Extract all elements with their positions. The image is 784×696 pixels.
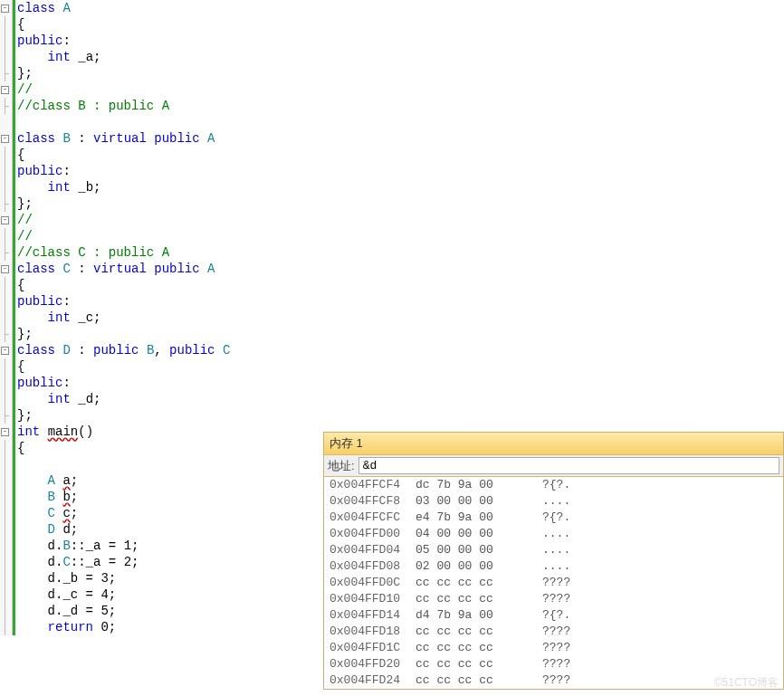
code-line[interactable]: //: [17, 228, 784, 244]
memory-ascii: ????: [542, 624, 570, 640]
code-line[interactable]: {: [17, 277, 784, 293]
memory-address: 0x004FFD14: [330, 607, 416, 624]
memory-ascii: ....: [542, 542, 570, 558]
fold-line: [0, 440, 10, 456]
fold-end: [0, 195, 10, 212]
memory-row[interactable]: 0x004FFD1Ccc cc cc cc????: [324, 640, 783, 656]
memory-hex: e4 7b 9a 00: [416, 510, 542, 526]
fold-toggle-icon[interactable]: -: [0, 261, 10, 277]
memory-ascii: ?{?.: [542, 607, 570, 624]
memory-hex: cc cc cc cc: [416, 656, 542, 672]
code-line[interactable]: public:: [17, 375, 784, 391]
fold-line: [0, 586, 10, 603]
code-line[interactable]: //: [17, 81, 784, 98]
code-line[interactable]: public:: [17, 163, 784, 179]
memory-hex: 03 00 00 00: [416, 493, 542, 510]
memory-ascii: ????: [542, 591, 570, 607]
fold-blank: [0, 114, 12, 130]
code-line[interactable]: //class C : public A: [17, 244, 784, 261]
memory-row[interactable]: 0x004FFD0405 00 00 00....: [324, 542, 783, 558]
memory-hex: d4 7b 9a 00: [416, 607, 542, 624]
code-line[interactable]: };: [17, 407, 784, 424]
memory-row[interactable]: 0x004FFD0802 00 00 00....: [324, 558, 783, 575]
fold-line: [0, 310, 10, 326]
fold-end: [0, 98, 10, 114]
memory-ascii: ????: [542, 640, 570, 656]
memory-row[interactable]: 0x004FFD0Ccc cc cc cc????: [324, 575, 783, 591]
code-line[interactable]: };: [17, 65, 784, 81]
fold-toggle-icon[interactable]: -: [0, 0, 10, 16]
memory-address: 0x004FFD08: [330, 558, 416, 575]
code-line[interactable]: class C : virtual public A: [17, 261, 784, 277]
memory-address-input[interactable]: [359, 457, 779, 474]
memory-address: 0x004FFD18: [330, 624, 416, 640]
memory-ascii: ????: [542, 575, 570, 591]
memory-ascii: ????: [542, 656, 570, 672]
code-line[interactable]: //: [17, 212, 784, 228]
fold-line: [0, 603, 10, 619]
fold-toggle-icon[interactable]: -: [0, 130, 10, 147]
memory-row[interactable]: 0x004FFD20cc cc cc cc????: [324, 656, 783, 672]
fold-toggle-icon[interactable]: -: [0, 424, 10, 440]
memory-hex: cc cc cc cc: [416, 672, 542, 689]
fold-line: [0, 619, 10, 635]
code-line[interactable]: class D : public B, public C: [17, 342, 784, 358]
code-line[interactable]: {: [17, 16, 784, 33]
fold-line: [0, 147, 10, 163]
fold-line: [0, 358, 10, 375]
code-line[interactable]: int _d;: [17, 391, 784, 407]
memory-row[interactable]: 0x004FFD0004 00 00 00....: [324, 526, 783, 542]
fold-line: [0, 293, 10, 310]
memory-body[interactable]: 0x004FFCF4dc 7b 9a 00?{?.0x004FFCF803 00…: [324, 477, 783, 689]
fold-line: [0, 570, 10, 586]
fold-line: [0, 375, 10, 391]
code-line[interactable]: {: [17, 358, 784, 375]
memory-address: 0x004FFCFC: [330, 510, 416, 526]
fold-gutter[interactable]: -------: [0, 0, 13, 635]
fold-line: [0, 49, 10, 65]
fold-line: [0, 179, 10, 195]
fold-line: [0, 277, 10, 293]
memory-ascii: ....: [542, 493, 570, 510]
memory-address: 0x004FFCF4: [330, 477, 416, 493]
code-line[interactable]: public:: [17, 33, 784, 49]
memory-address: 0x004FFD0C: [330, 575, 416, 591]
memory-address-label: 地址:: [328, 458, 355, 474]
code-line[interactable]: };: [17, 195, 784, 212]
memory-address: 0x004FFD10: [330, 591, 416, 607]
memory-row[interactable]: 0x004FFD18cc cc cc cc????: [324, 624, 783, 640]
memory-row[interactable]: 0x004FFCF803 00 00 00....: [324, 493, 783, 510]
memory-hex: cc cc cc cc: [416, 591, 542, 607]
code-line[interactable]: };: [17, 326, 784, 342]
fold-toggle-icon[interactable]: -: [0, 212, 10, 228]
fold-toggle-icon[interactable]: -: [0, 81, 10, 98]
fold-end: [0, 326, 10, 342]
memory-row[interactable]: 0x004FFCF4dc 7b 9a 00?{?.: [324, 477, 783, 493]
fold-line: [0, 163, 10, 179]
memory-row[interactable]: 0x004FFD14d4 7b 9a 00?{?.: [324, 607, 783, 624]
fold-line: [0, 505, 10, 521]
code-line[interactable]: int _c;: [17, 310, 784, 326]
code-line[interactable]: class B : virtual public A: [17, 130, 784, 147]
memory-row[interactable]: 0x004FFD10cc cc cc cc????: [324, 591, 783, 607]
watermark: ©51CTO博客: [714, 675, 779, 691]
code-line[interactable]: //class B : public A: [17, 98, 784, 114]
code-line[interactable]: class A: [17, 0, 784, 16]
memory-ascii: ....: [542, 526, 570, 542]
memory-title: 内存 1: [324, 433, 783, 455]
code-line[interactable]: [17, 114, 784, 130]
code-line[interactable]: int _a;: [17, 49, 784, 65]
memory-hex: dc 7b 9a 00: [416, 477, 542, 493]
memory-ascii: ?{?.: [542, 477, 570, 493]
fold-line: [0, 16, 10, 33]
fold-toggle-icon[interactable]: -: [0, 342, 10, 358]
fold-end: [0, 244, 10, 261]
memory-ascii: ....: [542, 558, 570, 575]
memory-row[interactable]: 0x004FFCFCe4 7b 9a 00?{?.: [324, 510, 783, 526]
code-line[interactable]: public:: [17, 293, 784, 310]
memory-panel: 内存 1 地址: 0x004FFCF4dc 7b 9a 00?{?.0x004F…: [323, 432, 784, 690]
fold-line: [0, 391, 10, 407]
code-line[interactable]: {: [17, 147, 784, 163]
code-line[interactable]: int _b;: [17, 179, 784, 195]
fold-line: [0, 456, 10, 472]
